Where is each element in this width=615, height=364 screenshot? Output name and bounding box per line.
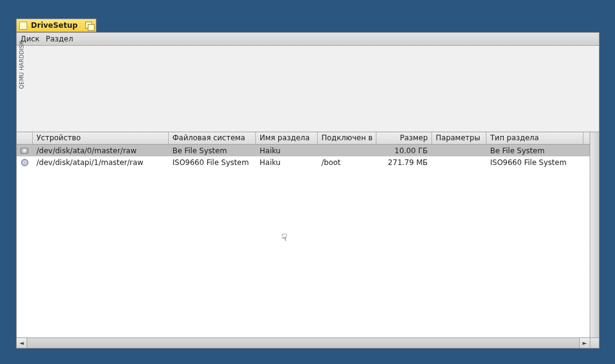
row-icon — [17, 148, 33, 154]
table-row[interactable]: /dev/disk/ata/0/master/rawBe File System… — [17, 145, 599, 156]
menu-partition[interactable]: Раздел — [46, 35, 73, 43]
close-icon[interactable] — [19, 22, 27, 30]
cell-volume: Haiku — [256, 158, 318, 167]
table-header: Устройство Файловая система Имя раздела … — [17, 132, 599, 145]
disk-preview-label: QEMU HARDDISK — [19, 41, 25, 89]
cell-type: Be File System — [486, 146, 583, 155]
window-frame: Диск Раздел QEMU HARDDISK Устройство Фай… — [16, 32, 600, 349]
table-body: /dev/disk/ata/0/master/rawBe File System… — [17, 145, 599, 337]
col-filesystem[interactable]: Файловая система — [169, 132, 256, 144]
cell-filesystem: ISO9660 File System — [169, 158, 256, 167]
menu-bar: Диск Раздел — [17, 33, 599, 46]
col-device[interactable]: Устройство — [33, 132, 169, 144]
cell-size: 10.00 ГБ — [376, 146, 432, 155]
scroll-left-icon[interactable]: ◄ — [17, 338, 27, 348]
scroll-track[interactable] — [27, 338, 579, 348]
zoom-icon[interactable] — [85, 22, 93, 30]
cell-device: /dev/disk/atapi/1/master/raw — [33, 158, 169, 167]
cell-filesystem: Be File System — [169, 146, 256, 155]
harddisk-icon — [20, 148, 28, 154]
scroll-corner — [590, 338, 599, 348]
col-volume[interactable]: Имя раздела — [256, 132, 318, 144]
cell-device: /dev/disk/ata/0/master/raw — [33, 146, 169, 155]
col-icon[interactable] — [17, 132, 33, 144]
window-title: DriveSetup — [31, 21, 83, 30]
scroll-right-icon[interactable]: ► — [579, 338, 590, 348]
cd-icon — [21, 159, 28, 166]
col-parameters[interactable]: Параметры — [432, 132, 486, 144]
cell-mounted: /boot — [318, 158, 376, 167]
col-size[interactable]: Размер — [376, 132, 432, 144]
col-mounted[interactable]: Подключен в — [318, 132, 376, 144]
cell-type: ISO9660 File System — [486, 158, 583, 167]
col-type[interactable]: Тип раздела — [486, 132, 583, 144]
table-row[interactable]: /dev/disk/atapi/1/master/rawISO9660 File… — [17, 156, 599, 168]
cell-size: 271.79 МБ — [376, 158, 432, 167]
vertical-scrollbar[interactable] — [590, 132, 599, 337]
partition-table: Устройство Файловая система Имя раздела … — [17, 132, 599, 337]
row-icon — [17, 159, 33, 166]
cell-volume: Haiku — [256, 146, 318, 155]
window-titlebar[interactable]: DriveSetup — [16, 19, 96, 32]
horizontal-scrollbar[interactable]: ◄ ► — [17, 337, 599, 348]
disk-preview-area: QEMU HARDDISK — [17, 46, 599, 132]
